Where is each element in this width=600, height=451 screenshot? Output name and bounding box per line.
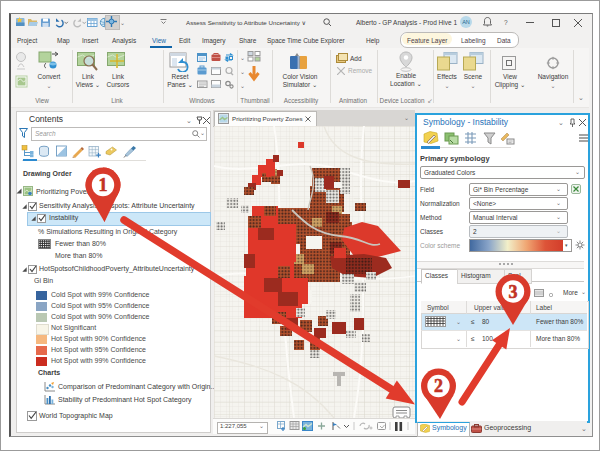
svg-text:2: 2 bbox=[434, 376, 443, 396]
svg-text:3: 3 bbox=[509, 282, 518, 302]
svg-text:1: 1 bbox=[99, 175, 108, 195]
